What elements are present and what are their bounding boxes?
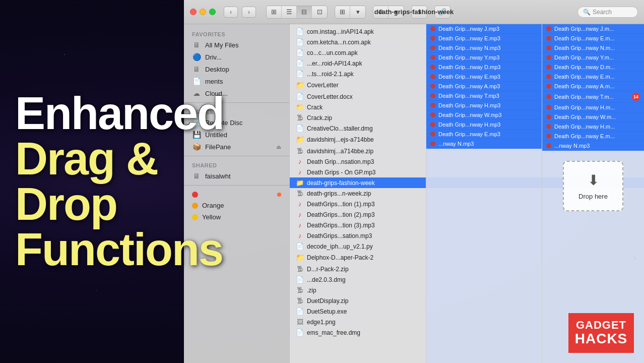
mp3-name: ...nway N.mp3 [438, 141, 538, 147]
file-icon: 📄 [296, 308, 304, 315]
folder-icon: 📁 [296, 135, 304, 144]
file-icon: 📄 [296, 49, 304, 56]
folder-icon: 📁 [296, 103, 304, 111]
mp3-name: Death Grip...nway E.m... [554, 35, 640, 41]
mp3-name: Death Grip...nway A.m... [554, 83, 640, 89]
mp3-name: Death Grip...nway W.mp3 [438, 112, 538, 118]
file-icon: 🗜 [296, 147, 304, 155]
mp3-name: Death Grip...nway A.mp3 [438, 83, 538, 89]
mp3-item[interactable]: Death Grip...nway N.mp3 [426, 43, 542, 53]
mp3-item-right[interactable]: Death Grip...nway E.m... [542, 132, 644, 141]
arrange-chevron[interactable]: ▾ [350, 6, 365, 18]
mp3-item-right[interactable]: ...nway N.mp3 [542, 141, 644, 151]
mp3-dot-icon [546, 74, 551, 79]
mp3-item[interactable]: Death Grip...nway E.mp3 [426, 130, 542, 139]
mp3-item[interactable]: ...nway N.mp3 [426, 139, 542, 149]
file-icon: 🗜 [296, 190, 304, 197]
mp3-badge: 14 [632, 93, 640, 101]
file-icon: 📄 [296, 329, 304, 336]
mp3-item-right[interactable]: Death Grip...nway N.m... [542, 43, 644, 53]
mp3-name: Death Grip...nway J.m... [554, 26, 640, 32]
close-button[interactable] [190, 9, 197, 15]
icon-view-btn[interactable]: ⊞ [267, 6, 282, 18]
mp3-dot-icon [546, 36, 551, 41]
search-bar[interactable]: 🔍 Search [577, 7, 638, 18]
mp3-item[interactable]: Death Grip...nway J.mp3 [426, 24, 542, 34]
mp3-name: Death Grip...nway N.m... [554, 45, 640, 51]
mp3-name: Death Grip...nway H.m... [554, 124, 640, 130]
mp3-item-right[interactable]: Death Grip...nway E.m... [542, 72, 644, 82]
gadget-hacks-line2: HACKS [575, 331, 628, 347]
file-icon: 🖼 [296, 318, 304, 326]
gadget-hacks-line1: GADGET [576, 319, 626, 331]
mp3-item-right[interactable]: Death Grip...nway W.m... [542, 112, 644, 122]
mp3-item[interactable]: Death Grip...nway D.mp3 [426, 63, 542, 72]
mp3-name: Death Grip...nway H.mp3 [438, 102, 538, 108]
mp3-item-right[interactable]: Death Grip...nway A.m... [542, 82, 644, 91]
mp3-name: Death Grip...nway Y.mp3 [438, 54, 538, 60]
mp3-item-right[interactable]: Death Grip...nway E.m... [542, 34, 644, 43]
file-icon: 🗜 [296, 265, 304, 273]
mp3-icon: ♪ [296, 168, 304, 176]
mp3-item[interactable]: Death Grip...nway Y.mp3 [426, 53, 542, 63]
mp3-item-right-badge[interactable]: Death Grip...nway T.m... 14 [542, 91, 644, 103]
mp3-dot-icon [546, 105, 551, 110]
file-icon: 📄 [296, 276, 304, 283]
mp3-dot-icon [430, 122, 435, 127]
mp3-name: Death Grip...nway J.mp3 [438, 26, 538, 32]
drop-zone[interactable]: ⬇ Drop here [563, 161, 623, 211]
mp3-item[interactable]: Death Grip...nway T.mp3 [426, 91, 542, 101]
mp3-panel-right: Death Grip...nway J.m... Death Grip...nw… [542, 24, 644, 363]
mp3-item[interactable]: Death Grip...nway A.mp3 [426, 82, 542, 91]
mp3-name: Death Grip...nway D.mp3 [438, 64, 538, 70]
mp3-dot-icon [546, 26, 551, 31]
mp3-dot-icon [546, 124, 551, 129]
mp3-item-right[interactable]: Death Grip...nway H.m... [542, 122, 644, 132]
forward-button[interactable]: › [242, 7, 256, 18]
window-title: death-grips-fashion-week [374, 8, 454, 16]
fullscreen-button[interactable] [209, 9, 216, 15]
file-icon: 🗜 [296, 114, 304, 122]
mp3-item-right[interactable]: Death Grip...nway D.m... [542, 63, 644, 72]
overlay-line-functions: Functions [15, 227, 277, 272]
mp3-dot-icon [430, 84, 435, 89]
mp3-icon: ♪ [296, 211, 304, 218]
search-placeholder: Search [593, 9, 612, 16]
arrange-btn[interactable]: ⊞ [335, 6, 350, 18]
mp3-dot-icon [430, 55, 435, 60]
mp3-name: Death Grip...nway T.m... [554, 94, 629, 100]
list-view-btn[interactable]: ☰ [282, 6, 297, 18]
drop-arrow-icon: ⬇ [588, 172, 599, 189]
mp3-item[interactable]: Death Grip...nway E.mp3 [426, 34, 542, 43]
mp3-name: Death Grip...nway E.mp3 [438, 74, 538, 80]
mp3-name: Death Grip...nway E.mp3 [438, 131, 538, 137]
back-button[interactable]: ‹ [224, 7, 238, 18]
file-icon: 📄 [296, 28, 304, 35]
mp3-dot-icon [546, 45, 551, 50]
mp3-item-right[interactable]: Death Grip...nway J.m... [542, 24, 644, 34]
mp3-icon: ♪ [296, 232, 304, 239]
overlay-line-drag: Drag & [15, 136, 277, 182]
overlay-line-drop: Drop [15, 182, 277, 227]
traffic-lights [190, 9, 216, 15]
mp3-icon: ♪ [296, 200, 304, 208]
mp3-icon: ♪ [296, 158, 304, 165]
minimize-button[interactable] [200, 9, 206, 15]
column-view-btn[interactable]: ⊟ [297, 6, 312, 18]
file-icon: 🗜 [296, 286, 304, 294]
mp3-name: ...nway N.mp3 [554, 143, 640, 149]
mp3-dot-icon [430, 103, 435, 108]
mp3-dot-icon [546, 55, 551, 60]
mp3-item[interactable]: Death Grip...nway W.mp3 [426, 110, 542, 120]
mp3-item-right[interactable]: Death Grip...nway Y.m... [542, 53, 644, 63]
flow-view-btn[interactable]: ⊡ [312, 6, 327, 18]
mp3-dot-icon [430, 65, 435, 70]
mp3-item[interactable]: Death Grip...nway H.mp3 [426, 120, 542, 130]
arrange-group: ⊞ ▾ [335, 6, 366, 19]
mp3-name: Death Grip...nway N.mp3 [438, 45, 538, 51]
overlay-text-container: Enhanced Drag & Drop Functions [0, 0, 292, 363]
file-icon: 🗜 [296, 297, 304, 305]
mp3-item[interactable]: Death Grip...nway H.mp3 [426, 101, 542, 110]
mp3-item[interactable]: Death Grip...nway E.mp3 [426, 72, 542, 82]
mp3-item-right[interactable]: Death Grip...nway H.m... [542, 103, 644, 112]
